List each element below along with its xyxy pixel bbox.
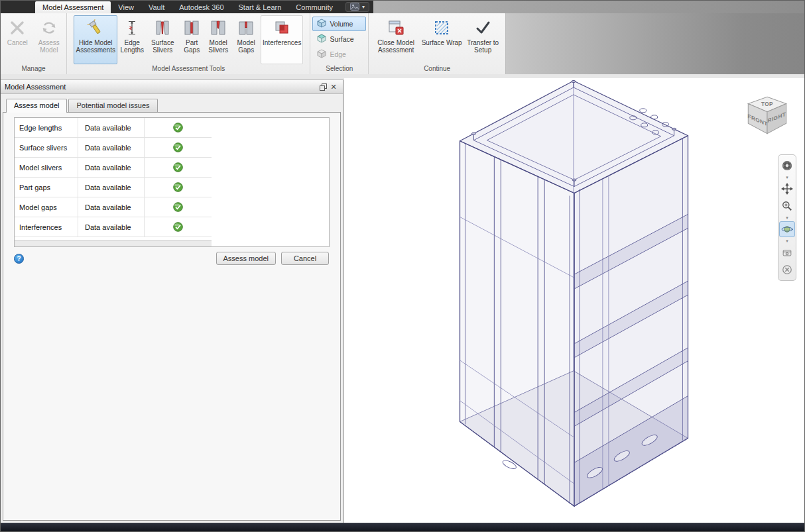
surface-slivers-button[interactable]: Surface Slivers: [147, 15, 178, 64]
transfer-to-setup-button[interactable]: Transfer to Setup: [465, 15, 500, 64]
flashlight-icon: [87, 18, 104, 38]
surface-sliver-icon: [154, 18, 171, 38]
edge-length-dimension-icon: [123, 18, 141, 38]
model-assessment-panel: Model Assessment ✕ Assess model Potentia…: [1, 80, 343, 523]
assessment-status: Data available: [78, 138, 145, 157]
chevron-down-icon[interactable]: ▾: [786, 175, 788, 180]
table-row[interactable]: Surface slivers Data available: [15, 138, 212, 158]
zoom-button[interactable]: [779, 198, 795, 214]
group-selection: Volume Surface Edge Se: [310, 13, 369, 74]
surface-wrap-button[interactable]: Surface Wrap: [419, 15, 464, 64]
interferences-label: Interferences: [263, 39, 301, 46]
assess-model-button: Assess Model: [34, 15, 64, 64]
pan-icon: [780, 182, 794, 195]
hide-model-assessments-label: Hide Model Assessments: [75, 39, 116, 54]
close-model-assessment-button[interactable]: Close Model Assessment: [374, 15, 418, 64]
orbit-icon: [780, 223, 794, 236]
edge-lengths-button[interactable]: Edge Lengths: [119, 15, 145, 64]
model-sliver-icon: [210, 18, 227, 38]
table-row[interactable]: Edge lengths Data available: [15, 118, 212, 138]
cancel-x-icon: [9, 18, 26, 38]
navbar-close-button[interactable]: [779, 262, 795, 278]
pan-button[interactable]: [779, 181, 795, 197]
part-gaps-button[interactable]: Part Gaps: [180, 15, 204, 64]
panel-actions-row: ? Assess model Cancel: [14, 252, 329, 265]
assessment-table: Edge lengths Data available Surface sliv…: [15, 118, 212, 237]
refresh-arrows-icon: [40, 18, 58, 38]
table-row[interactable]: Model slivers Data available: [15, 158, 212, 178]
navigation-wheel-button[interactable]: [779, 158, 795, 174]
float-panel-icon[interactable]: [318, 81, 328, 92]
assessment-status: Data available: [78, 217, 145, 237]
assessment-name: Edge lengths: [15, 118, 78, 137]
group-label-manage: Manage: [1, 65, 66, 74]
panel-cancel-button[interactable]: Cancel: [281, 252, 329, 265]
assessment-name: Model gaps: [15, 197, 78, 217]
ribbon-tabs: Model Assessment View Vault Autodesk 360…: [1, 1, 373, 13]
tab-autodesk-360[interactable]: Autodesk 360: [172, 1, 231, 13]
application-window: Model Assessment View Vault Autodesk 360…: [0, 0, 805, 532]
status-check-cell: [145, 217, 211, 237]
navigation-bar: ▾ ▾ ▾: [778, 154, 796, 281]
assessment-name: Surface slivers: [15, 138, 78, 157]
panel-tabs: Assess model Potential model issues: [1, 94, 343, 112]
group-label-selection: Selection: [310, 65, 368, 74]
look-at-icon: [780, 246, 794, 259]
assess-model-page: Edge lengths Data available Surface sliv…: [3, 112, 341, 521]
assessment-results-box: Edge lengths Data available Surface sliv…: [14, 117, 330, 247]
hide-model-assessments-button[interactable]: Hide Model Assessments: [74, 15, 117, 64]
assessment-status: Data available: [78, 118, 145, 137]
cancel-label: Cancel: [7, 39, 28, 46]
table-row[interactable]: Part gaps Data available: [15, 178, 212, 197]
table-hscrollbar[interactable]: [15, 240, 212, 246]
viewcube[interactable]: TOP FRONT RIGHT: [741, 91, 794, 144]
chevron-down-icon[interactable]: ▾: [786, 239, 788, 243]
surface-wrap-label: Surface Wrap: [422, 39, 462, 46]
selection-volume-button[interactable]: Volume: [312, 17, 366, 31]
surface-cube-icon: [317, 34, 326, 44]
assessment-status: Data available: [78, 178, 145, 197]
assessment-name: Interferences: [15, 217, 78, 237]
ribbon: Cancel Assess Model Manage: [1, 13, 804, 74]
tab-potential-model-issues[interactable]: Potential model issues: [68, 99, 157, 112]
assessment-status: Data available: [78, 158, 145, 177]
3d-viewport[interactable]: TOP FRONT RIGHT ▾ ▾ ▾: [344, 78, 804, 523]
model-slivers-button[interactable]: Model Slivers: [205, 15, 231, 64]
assess-model-label: Assess Model: [35, 39, 63, 54]
group-label-continue: Continue: [369, 65, 505, 74]
tab-model-assessment[interactable]: Model Assessment: [35, 1, 111, 13]
volume-cube-icon: [317, 19, 326, 29]
interferences-button[interactable]: Interferences: [261, 15, 303, 64]
chevron-down-icon: ▾: [362, 5, 365, 10]
tab-vault[interactable]: Vault: [141, 1, 172, 13]
part-gaps-label: Part Gaps: [181, 39, 202, 54]
navigation-wheel-icon: [780, 159, 794, 172]
orbit-button[interactable]: [779, 221, 795, 237]
tab-community[interactable]: Community: [288, 1, 340, 13]
edge-cube-icon: [317, 49, 326, 60]
tab-assess-model[interactable]: Assess model: [6, 99, 67, 113]
tab-view[interactable]: View: [111, 1, 141, 13]
main-area: Model Assessment ✕ Assess model Potentia…: [1, 74, 804, 523]
table-row[interactable]: Model gaps Data available: [15, 197, 212, 217]
table-row[interactable]: Interferences Data available: [15, 217, 212, 237]
selection-surface-button[interactable]: Surface: [312, 32, 366, 46]
status-check-cell: [145, 178, 211, 197]
model-gaps-button[interactable]: Model Gaps: [233, 15, 259, 64]
surface-wrap-icon: [433, 18, 450, 38]
check-icon: [173, 142, 183, 152]
close-panel-icon[interactable]: ✕: [328, 81, 339, 92]
group-model-assessment-tools: Hide Model Assessments Edge Lengths Surf…: [67, 13, 310, 74]
model-gap-icon: [237, 18, 255, 38]
chevron-down-icon[interactable]: ▾: [786, 215, 788, 220]
assessment-name: Model slivers: [15, 158, 78, 177]
tab-start-and-learn[interactable]: Start & Learn: [231, 1, 289, 13]
close-model-assessment-label: Close Model Assessment: [375, 39, 416, 54]
model-wireframe[interactable]: [344, 78, 804, 523]
assess-model-run-button[interactable]: Assess model: [216, 252, 276, 265]
help-icon[interactable]: ?: [14, 254, 24, 264]
look-at-button[interactable]: [779, 244, 795, 260]
status-check-cell: [145, 158, 211, 177]
ribbon-display-toggle[interactable]: ▾: [345, 2, 369, 12]
viewcube-top-label[interactable]: TOP: [761, 101, 773, 107]
